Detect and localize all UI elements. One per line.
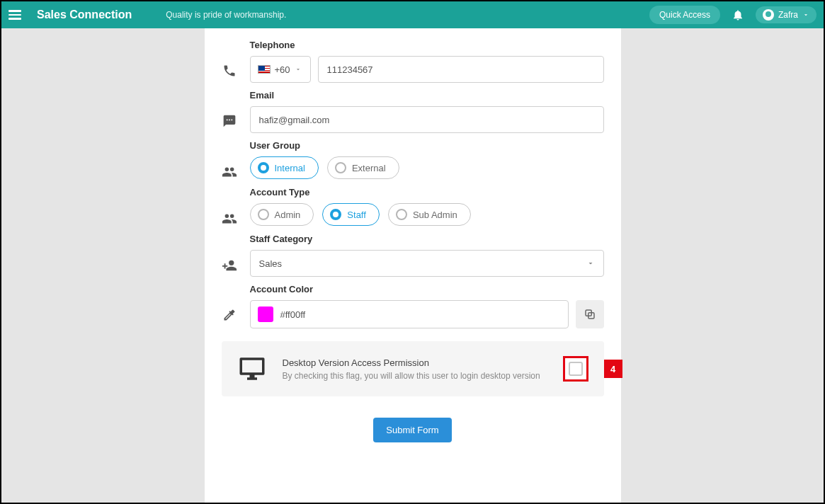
option-label: Sub Admin — [413, 210, 457, 220]
color-swatch — [258, 307, 273, 322]
quick-access-button[interactable]: Quick Access — [649, 6, 720, 24]
country-code-value: +60 — [275, 64, 290, 75]
account-color-input[interactable]: #ff00ff — [250, 300, 569, 328]
permission-desc: By checking this flag, you will allow th… — [283, 371, 547, 381]
desktop-permission-checkbox[interactable] — [563, 356, 588, 382]
user-menu[interactable]: Zafra — [756, 6, 817, 23]
telephone-label: Telephone — [250, 40, 604, 50]
avatar-icon — [763, 9, 774, 21]
desktop-icon — [237, 354, 267, 384]
menu-icon[interactable] — [8, 7, 24, 23]
chevron-down-icon — [295, 66, 302, 73]
flag-icon — [258, 65, 271, 74]
phone-icon — [222, 64, 237, 78]
chat-icon — [222, 114, 237, 128]
account-type-option-admin[interactable]: Admin — [250, 203, 314, 226]
copy-icon — [584, 308, 596, 321]
account-type-label: Account Type — [250, 187, 604, 197]
account-color-label: Account Color — [250, 284, 604, 294]
form-card: Telephone +60 Em — [205, 28, 621, 503]
radio-icon — [396, 209, 407, 220]
option-label: Admin — [275, 210, 301, 220]
tagline: Quality is pride of workmanship. — [166, 10, 286, 20]
radio-icon — [258, 209, 269, 220]
radio-icon — [335, 162, 346, 173]
user-name: Zafra — [778, 10, 798, 20]
account-type-option-staff[interactable]: Staff — [322, 203, 380, 226]
country-code-select[interactable]: +60 — [250, 56, 311, 83]
annotation-badge: 4 — [604, 360, 622, 378]
option-label: Internal — [275, 163, 305, 173]
permission-title: Desktop Version Access Permission — [283, 357, 547, 368]
user-group-option-internal[interactable]: Internal — [250, 156, 319, 179]
staff-category-label: Staff Category — [250, 234, 604, 244]
people-icon — [222, 164, 237, 180]
email-input[interactable] — [250, 106, 604, 133]
person-add-icon — [222, 258, 237, 273]
telephone-input[interactable] — [318, 56, 604, 83]
eyedropper-icon — [222, 308, 237, 322]
people-icon — [222, 211, 237, 227]
desktop-permission-box: Desktop Version Access Permission By che… — [222, 341, 604, 396]
account-type-option-subadmin[interactable]: Sub Admin — [388, 203, 471, 226]
radio-icon — [258, 162, 269, 173]
copy-color-button[interactable] — [576, 300, 604, 328]
top-bar: Sales Connection Quality is pride of wor… — [1, 1, 824, 28]
radio-icon — [330, 209, 341, 220]
option-label: External — [352, 163, 386, 173]
color-value: #ff00ff — [280, 309, 306, 320]
user-group-option-external[interactable]: External — [327, 156, 399, 179]
chevron-down-icon — [802, 11, 809, 18]
email-label: Email — [250, 90, 604, 101]
bell-icon[interactable] — [732, 8, 744, 21]
select-value: Sales — [259, 258, 283, 269]
option-label: Staff — [347, 210, 366, 220]
staff-category-select[interactable]: Sales — [250, 250, 604, 277]
chevron-down-icon — [586, 259, 595, 268]
app-title: Sales Connection — [37, 8, 132, 21]
user-group-label: User Group — [250, 140, 604, 151]
submit-button[interactable]: Submit Form — [373, 418, 451, 442]
